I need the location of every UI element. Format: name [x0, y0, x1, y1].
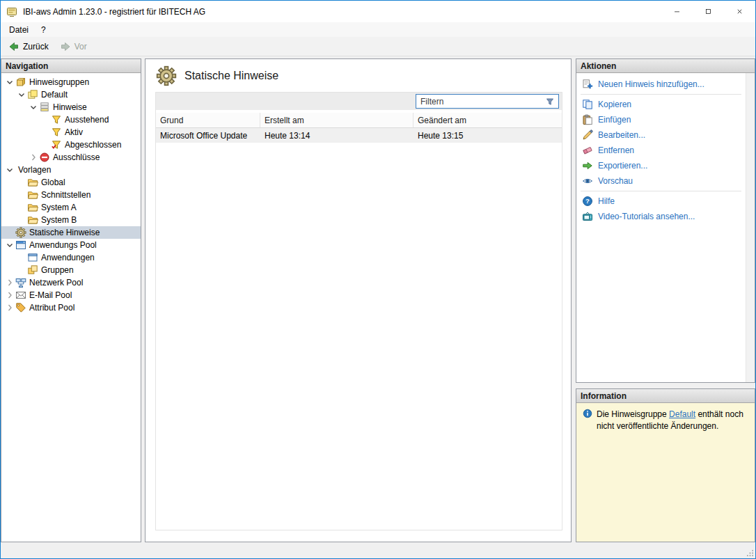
menu-item-datei[interactable]: Datei: [3, 22, 35, 37]
chevron-down-icon[interactable]: [4, 239, 15, 251]
information-text: Die Hinweisgruppe Default enthält noch n…: [597, 409, 748, 432]
default-link[interactable]: Default: [669, 409, 695, 419]
menu-bar: Datei?: [1, 22, 755, 37]
panel-splitter[interactable]: [576, 383, 755, 388]
column-header-erstellt-am[interactable]: Erstellt am: [260, 113, 414, 127]
expander-spacer: [16, 177, 27, 188]
action-label: Bearbeiten...: [598, 130, 645, 140]
table-row[interactable]: Microsoft Office UpdateHeute 13:14Heute …: [156, 128, 562, 143]
tree-item-hinweisgruppen[interactable]: Hinweisgruppen: [1, 76, 141, 88]
chevron-right-icon[interactable]: [28, 152, 39, 163]
expander-spacer: [16, 252, 27, 263]
action-kopieren[interactable]: Kopieren: [576, 97, 746, 112]
chevron-right-icon[interactable]: [4, 277, 15, 288]
tree-item-abgeschlossen[interactable]: Abgeschlossen: [1, 139, 141, 151]
tree-item-label: E-Mail Pool: [29, 290, 72, 300]
splitter-dots-icon: [656, 384, 675, 387]
info-text-before: Die Hinweisgruppe: [597, 409, 669, 419]
chevron-down-icon[interactable]: [4, 164, 15, 175]
action-vorschau[interactable]: Vorschau: [576, 173, 746, 189]
main-header: Statische Hinweise: [145, 59, 571, 90]
expander-spacer: [4, 227, 15, 238]
tree-item-global[interactable]: Global: [1, 176, 141, 189]
actions-scrollbar[interactable]: [746, 73, 755, 382]
copy-icon: [582, 99, 593, 110]
tree-item-anwendungs-pool[interactable]: Anwendungs Pool: [1, 239, 141, 251]
action-einfuegen[interactable]: Einfügen: [576, 112, 746, 127]
column-header-geaendert-am[interactable]: Geändert am: [414, 113, 562, 127]
expander-spacer: [16, 202, 27, 213]
window-title: IBI-aws Admin 1.23.0 - registriert für I…: [23, 7, 656, 17]
tree-item-gruppen[interactable]: Gruppen: [1, 264, 141, 276]
svg-text:?: ?: [585, 197, 590, 205]
minimize-button[interactable]: [661, 1, 693, 22]
tree-item-aktiv[interactable]: Aktiv: [1, 126, 141, 139]
tree-item-hinweise[interactable]: Hinweise: [1, 101, 141, 113]
tree-item-ausschluesse[interactable]: Ausschlüsse: [1, 151, 141, 164]
funnel-icon: [51, 127, 62, 138]
tree-item-label: Statische Hinweise: [29, 228, 100, 237]
window-controls: [661, 1, 755, 22]
action-bearbeiten[interactable]: Bearbeiten...: [576, 127, 746, 143]
maximize-icon: [704, 8, 712, 15]
tree-item-schnittstellen[interactable]: Schnittstellen: [1, 189, 141, 201]
nav-tree: HinweisgruppenDefaultHinweiseAusstehendA…: [1, 73, 141, 542]
back-button[interactable]: Zurück: [3, 40, 54, 54]
tree-item-system-a[interactable]: System A: [1, 201, 141, 214]
action-exportieren[interactable]: Exportieren...: [576, 158, 746, 173]
filter-input[interactable]: [416, 97, 542, 107]
action-label: Exportieren...: [598, 161, 647, 171]
menu-item-help[interactable]: ?: [35, 22, 52, 37]
tree-item-default[interactable]: Default: [1, 88, 141, 101]
filter-button[interactable]: [542, 95, 558, 108]
group-icon: [27, 265, 38, 276]
tree-item-label: Vorlagen: [18, 165, 51, 175]
chevron-down-icon[interactable]: [16, 89, 27, 100]
table-cell: Heute 13:14: [260, 128, 414, 143]
export-icon: [582, 160, 593, 171]
chevron-right-icon[interactable]: [4, 302, 15, 313]
close-button[interactable]: [724, 1, 755, 22]
content-area: Navigation HinweisgruppenDefaultHinweise…: [1, 56, 755, 548]
tree-item-netzwerk-pool[interactable]: Netzwerk Pool: [1, 276, 141, 289]
tree-item-label: Schnittstellen: [41, 190, 90, 200]
navigation-header: Navigation: [1, 59, 141, 73]
network-icon: [15, 277, 26, 288]
action-video-tutorials-ansehen[interactable]: Video-Tutorials ansehen...: [576, 209, 746, 224]
tree-item-system-b[interactable]: System B: [1, 214, 141, 226]
column-header-grund[interactable]: Grund: [156, 113, 260, 127]
tree-item-label: Default: [41, 90, 68, 100]
tree-item-label: Gruppen: [41, 265, 74, 275]
chevron-down-icon[interactable]: [4, 77, 15, 88]
forward-arrow-icon: [60, 41, 71, 52]
app-window-icon: [15, 239, 26, 251]
folder-icon: [27, 214, 38, 226]
right-column: Aktionen Neuen Hinweis hinzufügen...Kopi…: [576, 58, 755, 542]
resize-grip[interactable]: [746, 549, 754, 557]
chevron-right-icon[interactable]: [4, 290, 15, 301]
maximize-button[interactable]: [693, 1, 724, 22]
funnel-icon: [51, 114, 62, 125]
tree-item-anwendungen[interactable]: Anwendungen: [1, 251, 141, 264]
chevron-down-icon[interactable]: [28, 102, 39, 113]
tree-item-statische-hinweise[interactable]: Statische Hinweise: [1, 226, 141, 239]
tree-item-label: Attribut Pool: [29, 303, 74, 313]
edit-icon: [582, 129, 593, 141]
forward-button[interactable]: Vor: [55, 40, 92, 54]
tree-item-vorlagen[interactable]: Vorlagen: [1, 164, 141, 176]
app-window: IBI-aws Admin 1.23.0 - registriert für I…: [0, 0, 756, 559]
funnel-done-icon: [51, 139, 62, 150]
action-label: Neuen Hinweis hinzufügen...: [598, 79, 704, 89]
tree-item-e-mail-pool[interactable]: E-Mail Pool: [1, 289, 141, 301]
action-entfernen[interactable]: Entfernen: [576, 143, 746, 158]
action-hilfe[interactable]: ?Hilfe: [576, 194, 746, 209]
actions-body: Neuen Hinweis hinzufügen...KopierenEinfü…: [576, 73, 755, 382]
tree-item-ausstehend[interactable]: Ausstehend: [1, 113, 141, 126]
table-rows: Microsoft Office UpdateHeute 13:14Heute …: [156, 128, 562, 530]
tree-item-label: System A: [41, 203, 77, 212]
video-icon: [582, 211, 593, 222]
tree-item-attribut-pool[interactable]: Attribut Pool: [1, 301, 141, 314]
expander-spacer: [40, 139, 51, 150]
info-icon: [583, 409, 592, 418]
action-neuen-hinweis-hinzufuegen[interactable]: Neuen Hinweis hinzufügen...: [576, 77, 746, 92]
